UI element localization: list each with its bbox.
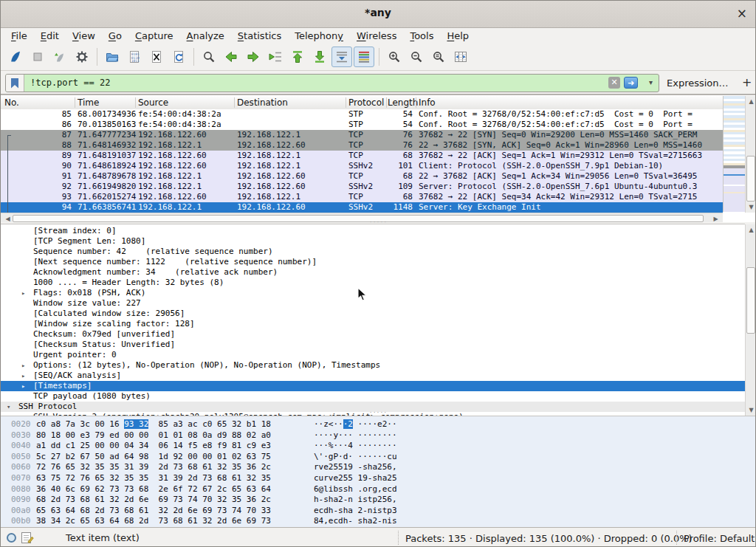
selected-bytes[interactable]: 93 32	[124, 419, 148, 429]
expert-info-icon[interactable]	[7, 533, 16, 543]
filter-clear-button[interactable]: ✕	[608, 77, 620, 89]
column-separator[interactable]	[135, 97, 136, 108]
column-header-protocol[interactable]: Protocol	[348, 97, 384, 108]
collapsed-arrow-icon[interactable]: ▸	[21, 360, 25, 371]
hex-row-0030[interactable]: 003080 18 00 e3 79 ed 00 00 01 01 08 0a …	[1, 430, 756, 441]
hex-bytes[interactable]: 38 34 2c 65 63 64 68 2d 73 68 61 32 2d 6…	[36, 516, 271, 526]
column-separator[interactable]	[234, 97, 235, 108]
detail-line[interactable]: Acknowledgment number: 34 (relative ack …	[1, 267, 745, 278]
filter-bookmark-button[interactable]	[6, 75, 24, 92]
details-vscroll-thumb[interactable]	[746, 267, 755, 334]
packet-list-hscroll-thumb[interactable]	[13, 215, 704, 222]
display-filter-input[interactable]: !tcp.port == 22 ✕ ➜ ▾	[5, 74, 659, 92]
column-header-info[interactable]: Info	[419, 97, 436, 108]
capture-restart-button[interactable]	[49, 47, 70, 67]
detail-line[interactable]: Sequence number: 42 (relative sequence n…	[1, 247, 745, 257]
auto-scroll-button[interactable]	[331, 47, 352, 67]
close-window-button[interactable]: ×	[737, 6, 747, 21]
detail-line[interactable]: [Stream index: 0]	[1, 226, 745, 236]
detail-line[interactable]: Window size value: 227	[1, 298, 745, 309]
go-forward-button[interactable]	[243, 47, 264, 67]
hex-bytes[interactable]: 72 76 65 32 35 35 31 39 2d 73 68 61 32 3…	[36, 462, 271, 472]
intelligent-scrollbar-minimap[interactable]	[723, 96, 745, 212]
menu-wireless[interactable]: Wireless	[350, 29, 403, 43]
collapsed-arrow-icon[interactable]: ▸	[21, 288, 25, 298]
collapsed-arrow-icon[interactable]: ▸	[21, 381, 25, 391]
zoom-reset-button[interactable]	[428, 47, 449, 67]
scroll-left-icon[interactable]: ◀	[2, 216, 13, 222]
menu-capture[interactable]: Capture	[128, 29, 180, 43]
profile-label[interactable]: Profile: Default	[684, 533, 755, 544]
menu-tools[interactable]: Tools	[403, 29, 440, 43]
zoom-in-button[interactable]	[384, 47, 405, 67]
hex-ascii[interactable]: curve255 19-sha25	[314, 473, 397, 484]
menu-telephony[interactable]: Telephony	[288, 29, 350, 43]
packet-list-vscrollbar[interactable]: ▲ ▼	[745, 96, 756, 213]
menu-help[interactable]: Help	[440, 29, 475, 43]
packet-row-93[interactable]: 9371.662015274192.168.122.60192.168.122.…	[1, 192, 723, 202]
packet-list-vscroll-thumb[interactable]	[746, 156, 755, 202]
column-separator[interactable]	[386, 97, 387, 108]
open-file-button[interactable]	[102, 47, 123, 67]
detail-line[interactable]: ▸Options: (12 bytes), No-Operation (NOP)…	[1, 360, 745, 371]
hex-row-00a0[interactable]: 00a065 63 64 68 2d 73 68 61 32 2d 6e 69 …	[1, 506, 756, 516]
column-header-destination[interactable]: Destination	[237, 97, 288, 108]
column-header-length[interactable]: Length	[388, 97, 418, 108]
expression-button[interactable]: Expression…	[667, 78, 729, 89]
column-separator[interactable]	[416, 97, 416, 108]
column-header-source[interactable]: Source	[138, 97, 168, 108]
colorize-button[interactable]	[354, 47, 374, 67]
go-top-button[interactable]	[287, 47, 308, 67]
save-file-button[interactable]: 010101101011	[124, 47, 145, 67]
collapsed-arrow-icon[interactable]: ▸	[21, 371, 25, 381]
hex-row-0060[interactable]: 006072 76 65 32 35 35 31 39 2d 73 68 61 …	[1, 462, 756, 472]
hex-ascii[interactable]: rve25519 -sha256,	[314, 462, 397, 472]
hex-row-0040[interactable]: 0040a1 dd c1 25 00 00 04 34 06 14 f5 e8 …	[1, 441, 756, 451]
filter-text[interactable]: !tcp.port == 22	[30, 78, 110, 88]
detail-line[interactable]: Urgent pointer: 0	[1, 350, 745, 360]
menu-analyze[interactable]: Analyze	[180, 29, 231, 43]
column-header-no[interactable]: No.	[4, 97, 19, 108]
menu-file[interactable]: File	[4, 29, 34, 43]
go-to-packet-button[interactable]	[265, 47, 286, 67]
hex-bytes[interactable]: 63 75 72 76 65 32 35 35 31 39 2d 73 68 6…	[36, 473, 271, 484]
packet-row-86[interactable]: 8670.013850163fe:54:00:d4:38:2aSTP54Conf…	[1, 120, 723, 130]
hex-row-00b0[interactable]: 00b038 34 2c 65 63 64 68 2d 73 68 61 32 …	[1, 516, 756, 526]
go-bottom-button[interactable]	[309, 47, 330, 67]
hex-ascii[interactable]: ····y··· ········	[314, 430, 397, 441]
add-filter-button[interactable]: +	[742, 75, 752, 89]
resize-columns-button[interactable]	[450, 47, 471, 67]
detail-line[interactable]: [Next sequence number: 1122 (relative se…	[1, 257, 745, 267]
detail-line[interactable]: 1000 .... = Header Length: 32 bytes (8)	[1, 278, 745, 288]
hex-bytes[interactable]: 65 63 64 68 2d 73 68 61 32 2d 6e 69 73 7…	[36, 506, 271, 516]
detail-line[interactable]: Checksum: 0x79ed [unverified]	[1, 329, 745, 340]
hex-ascii[interactable]: h-sha2-n istp256,	[314, 495, 397, 505]
packet-row-90[interactable]: 9071.648618924192.168.122.60192.168.122.…	[1, 161, 723, 171]
hex-bytes[interactable]: 68 2d 73 68 61 32 2d 6e 69 73 74 70 32 3…	[36, 495, 271, 505]
hex-bytes[interactable]: 36 40 6c 69 62 73 73 68 2e 6f 72 67 2c 6…	[36, 484, 271, 495]
scroll-down-icon[interactable]: ▼	[746, 204, 756, 210]
capture-start-button[interactable]	[5, 47, 26, 67]
scroll-up-icon[interactable]: ▲	[746, 227, 756, 233]
close-file-button[interactable]	[146, 47, 167, 67]
detail-line[interactable]: [TCP Segment Len: 1080]	[1, 236, 745, 247]
reload-file-button[interactable]	[168, 47, 189, 67]
find-packet-button[interactable]	[199, 47, 219, 67]
packet-row-87[interactable]: 8771.647777234192.168.122.60192.168.122.…	[1, 130, 723, 140]
detail-line[interactable]: ▸Flags: 0x018 (PSH, ACK)	[1, 288, 745, 298]
scroll-right-icon[interactable]: ▶	[710, 216, 721, 222]
detail-line[interactable]: [Calculated window size: 29056]	[1, 309, 745, 319]
hex-ascii[interactable]: ecdh-sha 2-nistp3	[314, 506, 397, 516]
selected-bytes[interactable]: ·2	[343, 419, 353, 429]
hex-bytes[interactable]: a1 dd c1 25 00 00 04 34 06 14 f5 e8 f9 8…	[36, 441, 271, 451]
detail-line[interactable]: TCP payload (1080 bytes)	[1, 391, 745, 402]
detail-line[interactable]: ▸[SEQ/ACK analysis]	[1, 371, 745, 381]
title-bar[interactable]: *any ×	[1, 1, 755, 28]
filter-apply-button[interactable]: ➜	[624, 77, 638, 89]
capture-options-button[interactable]	[72, 47, 92, 67]
packet-row-94[interactable]: 9471.663856741192.168.122.1192.168.122.6…	[1, 202, 723, 213]
hex-row-0090[interactable]: 009068 2d 73 68 61 32 2d 6e 69 73 74 70 …	[1, 495, 756, 505]
packet-row-92[interactable]: 9271.661949820192.168.122.1192.168.122.6…	[1, 182, 723, 192]
menu-statistics[interactable]: Statistics	[231, 29, 288, 43]
packet-row-85[interactable]: 8568.001734936fe:54:00:d4:38:2aSTP54Conf…	[1, 109, 723, 120]
